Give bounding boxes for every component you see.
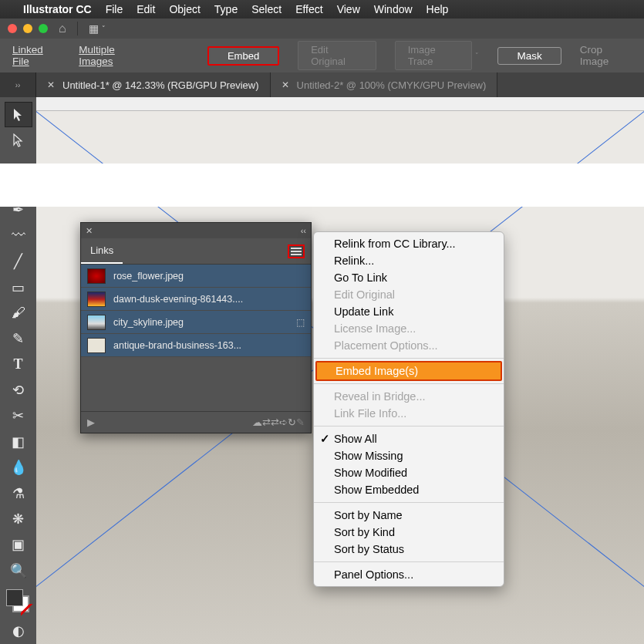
symbol-sprayer-icon[interactable]: ❋ — [5, 506, 32, 531]
multiple-images-label[interactable]: Multiple Images — [79, 44, 148, 67]
menu-separator — [314, 383, 504, 384]
paintbrush-tool-icon[interactable]: 🖌 — [5, 300, 32, 325]
menu-edit-original: Edit Original — [314, 286, 504, 303]
panel-empty-area — [81, 357, 311, 411]
menu-link-file-info: Link File Info... — [314, 405, 504, 422]
menu-show-missing[interactable]: Show Missing — [314, 447, 504, 464]
links-panel: ✕ ‹‹ Links rose_flower.jpeg dawn-dusk-ev… — [80, 222, 312, 433]
thumbnail-icon — [87, 338, 106, 353]
zoom-tool-icon[interactable]: 🔍 — [5, 558, 32, 583]
menu-show-all[interactable]: Show All — [314, 430, 504, 447]
menu-file[interactable]: File — [106, 3, 123, 15]
tab-label: Untitled-1* @ 142.33% (RGB/GPU Preview) — [62, 79, 259, 91]
menu-view[interactable]: View — [337, 3, 360, 15]
menu-window[interactable]: Window — [374, 3, 413, 15]
traffic-close-icon[interactable] — [8, 24, 17, 33]
gap-band — [0, 164, 644, 207]
links-tab[interactable]: Links — [81, 238, 123, 264]
relink-cc-icon[interactable]: ☁⇄ — [252, 416, 271, 428]
edit-original-icon[interactable]: ✎ — [296, 416, 305, 428]
selection-tool-icon[interactable] — [5, 102, 32, 127]
document-tab-bar: ›› ✕ Untitled-1* @ 142.33% (RGB/GPU Prev… — [0, 72, 644, 97]
menu-show-embedded[interactable]: Show Embedded — [314, 481, 504, 498]
ruler-horizontal — [36, 97, 644, 111]
update-link-icon[interactable]: ↻ — [288, 416, 296, 428]
panel-footer: ▶ ☁⇄ ⇄ ➪ ↻ ✎ — [81, 411, 311, 433]
menu-show-modified[interactable]: Show Modified — [314, 464, 504, 481]
close-panel-icon[interactable]: ✕ — [86, 226, 93, 236]
rectangle-tool-icon[interactable]: ▭ — [5, 275, 32, 300]
menu-relink[interactable]: Relink... — [314, 252, 504, 269]
menu-sort-name[interactable]: Sort by Name — [314, 507, 504, 524]
mask-button[interactable]: Mask — [497, 47, 561, 65]
menu-panel-options[interactable]: Panel Options... — [314, 566, 504, 583]
curvature-tool-icon[interactable]: 〰 — [5, 223, 32, 248]
embed-button[interactable]: Embed — [207, 46, 279, 66]
blend-tool-icon[interactable]: ⚗ — [5, 480, 32, 506]
document-tab-active[interactable]: ✕ Untitled-1* @ 142.33% (RGB/GPU Preview… — [36, 72, 271, 97]
arrange-documents-icon[interactable]: ▦ ˅ — [89, 22, 106, 35]
relink-icon[interactable]: ⇄ — [271, 416, 279, 428]
menu-select[interactable]: Select — [251, 3, 282, 15]
window-chrome: ⌂ ▦ ˅ — [0, 19, 644, 39]
rotate-tool-icon[interactable]: ⟲ — [5, 377, 32, 403]
menu-effect[interactable]: Effect — [295, 3, 323, 15]
link-row[interactable]: antique-brand-business-163... — [81, 334, 311, 357]
control-bar: Linked File Multiple Images Embed Edit O… — [0, 39, 644, 72]
direct-selection-tool-icon[interactable] — [5, 127, 32, 153]
link-row[interactable]: dawn-dusk-evening-861443.... — [81, 288, 311, 311]
close-tab-icon[interactable]: ✕ — [47, 79, 55, 90]
menu-update-link[interactable]: Update Link — [314, 303, 504, 320]
eraser-tool-icon[interactable]: ◧ — [5, 429, 32, 454]
goto-link-icon[interactable]: ➪ — [279, 416, 288, 428]
link-filename: antique-brand-business-163... — [113, 340, 305, 351]
scissors-tool-icon[interactable]: ✂ — [5, 403, 32, 429]
menu-separator — [314, 502, 504, 503]
collapse-panel-icon[interactable]: ‹‹ — [301, 226, 306, 235]
menu-license-image: License Image... — [314, 320, 504, 337]
menu-type[interactable]: Type — [214, 3, 238, 15]
link-filename: dawn-dusk-evening-861443.... — [113, 294, 305, 305]
traffic-zoom-icon[interactable] — [39, 24, 48, 33]
menu-placement-options: Placement Options... — [314, 337, 504, 354]
menu-relink-cc[interactable]: Relink from CC Library... — [314, 235, 504, 252]
pencil-tool-icon[interactable]: ✎ — [5, 326, 32, 352]
edit-original-button: Edit Original — [298, 41, 376, 70]
home-icon[interactable]: ⌂ — [59, 22, 66, 35]
links-list: rose_flower.jpeg dawn-dusk-evening-86144… — [81, 265, 311, 357]
tab-label: Untitled-2* @ 100% (CMYK/GPU Preview) — [297, 79, 487, 91]
show-details-icon[interactable]: ▶ — [87, 416, 95, 428]
image-trace-button[interactable]: Image Trace˅ — [395, 41, 480, 70]
panel-flyout-menu: Relink from CC Library... Relink... Go T… — [313, 231, 504, 587]
menu-sort-status[interactable]: Sort by Status — [314, 541, 504, 558]
menu-help[interactable]: Help — [427, 3, 449, 15]
link-row[interactable]: rose_flower.jpeg — [81, 265, 311, 288]
type-tool-icon[interactable]: T — [5, 352, 32, 377]
divider — [77, 22, 78, 35]
menu-object[interactable]: Object — [169, 3, 200, 15]
expand-panels-icon[interactable]: ›› — [0, 72, 36, 97]
artboard-tool-icon[interactable]: ▣ — [5, 532, 32, 558]
linked-file-label[interactable]: Linked File — [12, 44, 60, 67]
panel-tabs: Links — [81, 238, 311, 265]
menu-sort-kind[interactable]: Sort by Kind — [314, 524, 504, 541]
draw-mode-icon[interactable]: ◐ — [5, 619, 32, 644]
panel-titlebar[interactable]: ✕ ‹‹ — [81, 223, 311, 238]
menu-separator — [314, 426, 504, 427]
thumbnail-icon — [87, 292, 106, 307]
link-filename: rose_flower.jpeg — [113, 271, 305, 282]
menu-embed-images[interactable]: Embed Image(s) — [315, 361, 502, 381]
fill-stroke-swatch[interactable] — [5, 588, 32, 618]
document-tab-inactive[interactable]: ✕ Untitled-2* @ 100% (CMYK/GPU Preview) — [271, 72, 498, 97]
menu-goto-link[interactable]: Go To Link — [314, 269, 504, 286]
macos-menubar: Illustrator CC File Edit Object Type Sel… — [0, 0, 644, 19]
close-tab-icon[interactable]: ✕ — [282, 79, 289, 90]
menu-edit[interactable]: Edit — [137, 3, 155, 15]
line-tool-icon[interactable]: ╱ — [5, 248, 32, 274]
eyedropper-tool-icon[interactable]: 💧 — [5, 454, 32, 480]
link-row[interactable]: city_skyline.jpeg ⬚ — [81, 311, 311, 334]
menu-reveal-bridge: Reveal in Bridge... — [314, 388, 504, 405]
traffic-minimize-icon[interactable] — [23, 24, 32, 33]
app-name[interactable]: Illustrator CC — [23, 3, 92, 15]
panel-menu-icon[interactable] — [288, 244, 305, 258]
